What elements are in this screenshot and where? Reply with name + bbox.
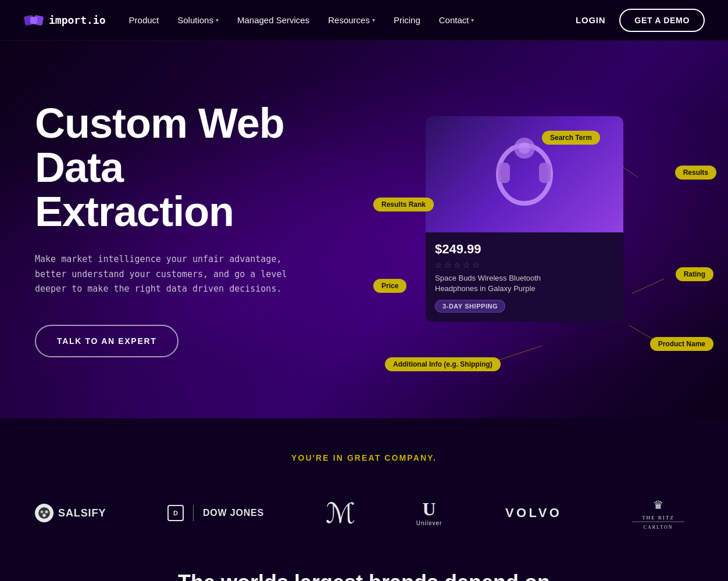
unilever-icon: U Unilever bbox=[415, 495, 444, 532]
hero-title: Custom WebData Extraction bbox=[35, 102, 314, 234]
annotation-product-name: Product Name bbox=[650, 337, 713, 351]
star-3: ☆ bbox=[454, 260, 461, 270]
divider bbox=[193, 505, 194, 521]
logo[interactable]: import.io bbox=[23, 10, 106, 31]
demo-product-name: Space Buds Wireless BluetoothHeadphones … bbox=[435, 273, 614, 294]
talk-to-expert-button[interactable]: TALK TO AN EXPERT bbox=[35, 325, 179, 357]
svg-text:U: U bbox=[423, 498, 436, 519]
hero-subtitle: Make market intelligence your unfair adv… bbox=[35, 252, 314, 297]
star-1: ☆ bbox=[435, 260, 442, 270]
star-2: ☆ bbox=[444, 260, 452, 270]
nav-pricing[interactable]: Pricing bbox=[394, 15, 420, 25]
logo-dow-jones: D DOW JONES bbox=[167, 505, 264, 521]
demo-product-info: $249.99 ☆ ☆ ☆ ☆ ☆ Space Buds Wireless Bl… bbox=[426, 232, 623, 322]
hero-section: Custom WebData Extraction Make market in… bbox=[0, 41, 728, 418]
ritz-carlton-icon: ♛ THE RITZ CARLTON bbox=[623, 492, 693, 535]
annotation-results: Results bbox=[675, 166, 716, 180]
svg-line-7 bbox=[632, 279, 664, 293]
hero-content: Custom WebData Extraction Make market in… bbox=[0, 55, 349, 403]
volvo-name: VOLVO bbox=[505, 505, 562, 521]
companies-tagline: YOU'RE IN GREAT COMPANY. bbox=[35, 453, 693, 462]
svg-point-14 bbox=[519, 142, 530, 154]
nav-actions: LOGIN GET A DEMO bbox=[576, 9, 705, 32]
star-4: ☆ bbox=[463, 260, 470, 270]
demo-widget: Headphones 🔍 Results for "Headphones" 1 … bbox=[367, 61, 728, 398]
annotation-search-term: Search Term bbox=[542, 131, 600, 145]
demo-shipping-badge: 3-DAY SHIPPING bbox=[435, 300, 505, 313]
nav-links: Product Solutions ▾ Managed Services Res… bbox=[129, 15, 576, 25]
demo-button[interactable]: GET A DEMO bbox=[619, 9, 705, 32]
svg-point-21 bbox=[44, 515, 45, 517]
nav-product[interactable]: Product bbox=[129, 15, 159, 25]
svg-text:CARLTON: CARLTON bbox=[644, 525, 673, 530]
demo-price: $249.99 bbox=[435, 242, 614, 257]
logo-text: import.io bbox=[49, 14, 106, 26]
dow-jones-name: DOW JONES bbox=[203, 508, 264, 518]
logo-volvo: VOLVO bbox=[505, 505, 562, 521]
chevron-down-icon: ▾ bbox=[216, 17, 219, 23]
logo-icon bbox=[23, 10, 44, 31]
demo-stars: ☆ ☆ ☆ ☆ ☆ bbox=[435, 260, 614, 270]
svg-rect-2 bbox=[30, 17, 37, 24]
svg-point-19 bbox=[41, 511, 43, 513]
logo-ritz-carlton: ♛ THE RITZ CARLTON bbox=[623, 492, 693, 535]
demo-product-card: $249.99 ☆ ☆ ☆ ☆ ☆ Space Buds Wireless Bl… bbox=[426, 116, 623, 322]
salsify-name: SALSIFY bbox=[58, 507, 106, 519]
svg-line-4 bbox=[623, 167, 638, 177]
chevron-down-icon: ▾ bbox=[372, 17, 375, 23]
svg-rect-11 bbox=[498, 163, 510, 183]
annotation-price: Price bbox=[373, 279, 406, 293]
login-button[interactable]: LOGIN bbox=[576, 15, 605, 25]
logo-m: ℳ bbox=[326, 497, 354, 529]
logo-salsify: SALSIFY bbox=[35, 504, 106, 522]
salsify-icon bbox=[35, 504, 53, 522]
m-icon: ℳ bbox=[326, 497, 354, 529]
svg-rect-12 bbox=[539, 163, 551, 183]
svg-text:THE RITZ: THE RITZ bbox=[642, 515, 675, 521]
star-5: ☆ bbox=[472, 260, 480, 270]
svg-point-20 bbox=[46, 511, 48, 513]
annotation-additional-info: Additional Info (e.g. Shipping) bbox=[385, 357, 501, 371]
companies-section: YOU'RE IN GREAT COMPANY. SALSIFY D bbox=[0, 418, 728, 581]
navbar: import.io Product Solutions ▾ Managed Se… bbox=[0, 0, 728, 41]
logo-unilever: U Unilever bbox=[415, 495, 444, 532]
companies-bottom-text: The worlds largest brands depend on Impo… bbox=[131, 569, 597, 581]
companies-logos: SALSIFY D DOW JONES ℳ U Unilever VOLVO bbox=[35, 492, 693, 535]
dow-jones-icon: D bbox=[167, 505, 184, 521]
svg-text:Unilever: Unilever bbox=[416, 520, 442, 526]
nav-managed-services[interactable]: Managed Services bbox=[237, 15, 309, 25]
nav-contact[interactable]: Contact ▾ bbox=[439, 15, 474, 25]
chevron-down-icon: ▾ bbox=[471, 17, 474, 23]
annotation-rating: Rating bbox=[676, 267, 713, 281]
nav-solutions[interactable]: Solutions ▾ bbox=[177, 15, 219, 25]
nav-resources[interactable]: Resources ▾ bbox=[328, 15, 375, 25]
svg-text:♛: ♛ bbox=[653, 498, 663, 511]
demo-widget-inner: Headphones 🔍 Results for "Headphones" 1 … bbox=[367, 61, 728, 398]
annotation-results-rank: Results Rank bbox=[373, 198, 434, 211]
